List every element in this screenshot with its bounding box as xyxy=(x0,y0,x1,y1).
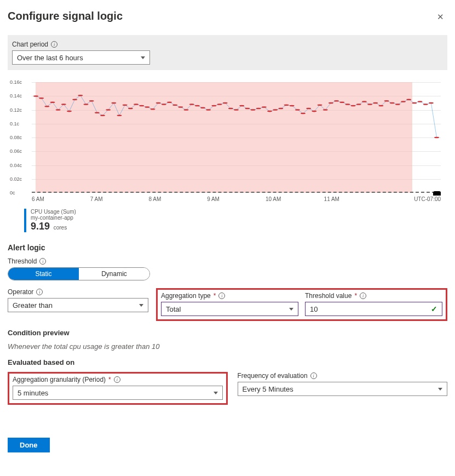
data-point xyxy=(401,101,406,102)
data-point xyxy=(334,100,339,102)
accent-bar xyxy=(24,209,26,232)
data-point xyxy=(50,101,55,103)
data-point xyxy=(295,109,300,111)
data-point xyxy=(384,100,389,102)
data-point xyxy=(418,101,423,102)
y-tick-label: 0.1c xyxy=(10,121,19,127)
y-tick-label: 0.14c xyxy=(10,93,22,99)
timezone-label: UTC-07:00 xyxy=(382,196,441,202)
data-point xyxy=(39,98,44,99)
data-point xyxy=(111,102,116,104)
info-icon[interactable]: i xyxy=(360,293,366,299)
data-point xyxy=(284,105,289,106)
highlighted-granularity: Aggregation granularity (Period) * i 5 m… xyxy=(8,372,228,405)
operator-select[interactable]: Greater than xyxy=(8,298,148,312)
data-point xyxy=(33,95,38,97)
chart-period-panel: Chart period i Over the last 6 hours xyxy=(8,35,447,70)
data-point xyxy=(406,99,411,100)
data-point xyxy=(78,95,83,96)
aggregation-type-label: Aggregation type xyxy=(161,292,211,300)
data-point xyxy=(167,101,172,103)
threshold-dynamic[interactable]: Dynamic xyxy=(79,268,149,280)
threshold-static[interactable]: Static xyxy=(8,268,79,280)
data-point xyxy=(100,114,105,116)
threshold-value-input[interactable]: 10 ✓ xyxy=(305,302,442,316)
granularity-select[interactable]: 5 minutes xyxy=(13,386,223,400)
info-icon[interactable]: i xyxy=(39,258,46,265)
condition-preview-text: Whenever the total cpu usage is greater … xyxy=(8,342,447,351)
chart-period-value: Over the last 6 hours xyxy=(17,54,83,62)
data-point xyxy=(390,102,395,104)
data-point xyxy=(273,109,278,111)
threshold-label: Threshold xyxy=(8,257,37,265)
data-point xyxy=(395,104,400,105)
data-point xyxy=(56,109,61,111)
y-tick-label: 0.08c xyxy=(10,135,22,140)
data-point xyxy=(151,108,155,110)
close-icon[interactable]: ✕ xyxy=(434,10,447,24)
x-tick-label: 11 AM xyxy=(324,196,383,202)
data-point xyxy=(184,109,189,111)
granularity-label: Aggregation granularity (Period) xyxy=(13,376,106,383)
metric-total-unit: cores xyxy=(54,225,67,231)
data-point xyxy=(178,106,183,108)
info-icon[interactable]: i xyxy=(310,372,317,379)
y-tick-label: 0.06c xyxy=(10,148,22,154)
chevron-down-icon xyxy=(438,388,442,391)
frequency-select[interactable]: Every 5 Minutes xyxy=(238,382,448,396)
data-point xyxy=(67,111,72,112)
y-tick-label: 0.04c xyxy=(10,163,22,168)
info-icon[interactable]: i xyxy=(114,376,120,383)
data-point xyxy=(367,104,372,105)
data-point xyxy=(329,102,333,104)
data-point xyxy=(189,104,194,105)
y-tick-label: 0.16c xyxy=(10,79,22,85)
data-point xyxy=(72,99,77,100)
checkmark-icon: ✓ xyxy=(431,305,437,313)
granularity-value: 5 minutes xyxy=(18,389,48,397)
info-icon[interactable]: i xyxy=(36,289,43,295)
aggregation-type-select[interactable]: Total xyxy=(161,302,298,316)
x-tick-label: 6 AM xyxy=(32,196,90,202)
threshold-value: 10 xyxy=(310,305,318,313)
info-icon[interactable]: i xyxy=(218,293,225,299)
data-point xyxy=(339,101,344,103)
condition-preview-label: Condition preview xyxy=(8,329,447,337)
data-point xyxy=(412,102,417,104)
chevron-down-icon xyxy=(141,56,145,59)
chevron-down-icon xyxy=(289,308,293,311)
data-point xyxy=(318,105,322,106)
metric-chart: 0c0.02c0.04c0.06c0.08c0.1c0.12c0.14c0.16… xyxy=(8,76,447,204)
info-icon[interactable]: i xyxy=(51,41,57,48)
data-point xyxy=(95,112,100,113)
page-title: Configure signal logic xyxy=(8,10,123,22)
operator-value: Greater than xyxy=(13,301,53,309)
done-button[interactable]: Done xyxy=(8,438,50,452)
data-point xyxy=(239,105,244,107)
y-tick-label: 0.02c xyxy=(10,176,22,182)
data-point xyxy=(362,101,367,102)
data-point xyxy=(312,111,316,112)
x-tick-label: 10 AM xyxy=(266,196,324,202)
data-point xyxy=(429,102,434,104)
data-point xyxy=(83,104,88,105)
data-point xyxy=(345,104,350,105)
current-value-marker xyxy=(433,191,441,196)
data-point xyxy=(373,102,378,104)
data-point xyxy=(278,108,283,110)
data-point xyxy=(134,104,139,105)
metric-name: CPU Usage (Sum) xyxy=(31,209,76,215)
data-point xyxy=(301,113,306,114)
data-point xyxy=(223,102,228,104)
highlighted-agg-threshold: Aggregation type * i Total Threshold val… xyxy=(156,288,447,321)
data-point xyxy=(200,107,205,109)
threshold-toggle[interactable]: Static Dynamic xyxy=(8,267,150,280)
data-point xyxy=(290,105,295,107)
data-point xyxy=(306,108,311,110)
data-point xyxy=(262,106,267,108)
data-point xyxy=(323,109,328,111)
chart-period-select[interactable]: Over the last 6 hours xyxy=(12,50,150,65)
data-point xyxy=(234,109,239,111)
data-point xyxy=(228,108,233,110)
data-point xyxy=(423,104,428,105)
